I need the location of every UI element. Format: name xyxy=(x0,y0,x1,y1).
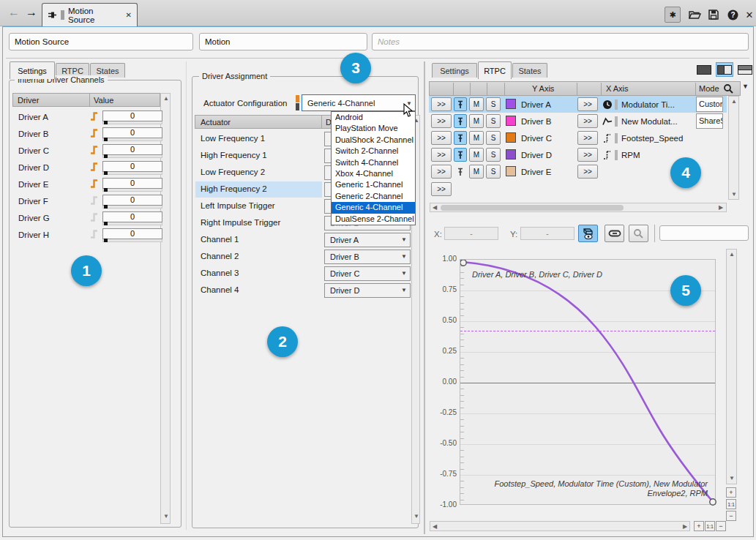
y-axis-name[interactable]: Driver E xyxy=(521,168,552,176)
tab-states-right[interactable]: States xyxy=(512,63,547,78)
close-tab-icon[interactable]: ✕ xyxy=(126,11,132,19)
layout-single-button[interactable] xyxy=(695,62,713,77)
curve-point-end[interactable] xyxy=(710,499,716,505)
expand-button[interactable]: >> xyxy=(577,148,598,162)
search-icon[interactable] xyxy=(723,83,734,94)
x-axis-name[interactable]: New Modulat... xyxy=(621,117,678,126)
object-name-field[interactable] xyxy=(9,33,193,50)
actuator-row-label[interactable]: Right Impulse Trigger xyxy=(201,218,280,227)
scrollbar-thumb[interactable] xyxy=(441,205,624,211)
help-button[interactable]: ? xyxy=(725,7,741,23)
object-type-field[interactable] xyxy=(199,33,367,50)
solo-button[interactable]: S xyxy=(486,165,501,179)
layout-split-horizontal-button[interactable] xyxy=(736,62,754,77)
dropdown-option[interactable]: DualShock 2-Channel xyxy=(332,135,415,146)
curve-search-input[interactable] xyxy=(659,225,749,241)
graph-hzoom-out-button[interactable]: − xyxy=(716,521,726,531)
dropdown-option[interactable]: PlayStation Move xyxy=(332,123,415,134)
rtpc-curve-icon[interactable] xyxy=(89,128,99,138)
driver-value-field[interactable]: 0 xyxy=(102,211,162,222)
actuator-row-label[interactable]: Channel 3 xyxy=(201,269,239,277)
driver-value-field[interactable]: 0 xyxy=(102,178,162,189)
scroll-right-icon[interactable]: ▶ xyxy=(683,524,687,530)
actuator-row-label[interactable]: Channel 1 xyxy=(201,235,239,244)
rtpc-curve-icon[interactable] xyxy=(89,111,99,121)
scroll-left-icon[interactable]: ◀ xyxy=(433,524,437,530)
driver-value-slider[interactable] xyxy=(102,121,162,124)
pin-button[interactable] xyxy=(454,165,467,179)
scroll-up-icon[interactable]: ▲ xyxy=(731,99,737,105)
actuator-config-select[interactable]: Generic 4-Channel ▼ xyxy=(302,94,416,111)
dropdown-option[interactable]: Generic 2-Channel xyxy=(332,191,415,202)
expand-button[interactable]: >> xyxy=(577,97,598,111)
graph-zoom-in-button[interactable]: + xyxy=(726,487,736,498)
graph-hscrollbar[interactable]: ◀ ▶ xyxy=(430,521,690,531)
actuator-row-label[interactable]: High Frequency 1 xyxy=(201,151,267,160)
layout-split-vertical-button[interactable] xyxy=(716,62,733,77)
dropdown-option[interactable]: Generic 1-Channel xyxy=(332,179,415,190)
mute-button[interactable]: M xyxy=(469,131,484,145)
slider-handle[interactable] xyxy=(104,188,108,192)
y-coord-field[interactable] xyxy=(520,227,575,240)
scroll-left-icon[interactable]: ◀ xyxy=(433,205,437,211)
y-axis-name[interactable]: Driver B xyxy=(521,117,552,126)
tab-settings-left[interactable]: Settings xyxy=(10,61,55,79)
actuator-row-label[interactable]: Channel 2 xyxy=(201,252,239,260)
save-button[interactable] xyxy=(706,7,722,23)
mode-cell[interactable]: ShareSet xyxy=(696,113,723,129)
expand-button[interactable]: >> xyxy=(577,131,598,145)
rtpc-table-hscrollbar[interactable]: ◀ ▶ xyxy=(430,203,727,212)
scroll-up-icon[interactable]: ▲ xyxy=(163,96,169,102)
rtpc-curve-icon[interactable] xyxy=(89,162,99,172)
pin-button[interactable] xyxy=(454,97,467,111)
driver-value-slider[interactable] xyxy=(102,189,162,192)
graph-zoom-out-button[interactable]: − xyxy=(726,511,736,521)
x-axis-name[interactable]: RPM xyxy=(621,151,640,160)
driver-value-slider[interactable] xyxy=(102,172,162,175)
solo-button[interactable]: S xyxy=(486,114,501,128)
scroll-right-icon[interactable]: ▶ xyxy=(719,205,723,211)
driver-select-channel-2[interactable]: Driver B▼ xyxy=(324,250,411,264)
slider-handle[interactable] xyxy=(104,121,108,124)
driver-value-field[interactable]: 0 xyxy=(102,110,162,121)
y-axis-name[interactable]: Driver D xyxy=(521,151,552,160)
mute-button[interactable]: M xyxy=(469,165,484,179)
solo-button[interactable]: S xyxy=(486,148,501,162)
actuator-row-label[interactable]: Left Impulse Trigger xyxy=(201,201,275,210)
x-axis-name[interactable]: Modulator Ti... xyxy=(621,100,675,109)
rtpc-curve-icon[interactable] xyxy=(89,145,99,155)
actuator-row-label[interactable]: Low Frequency 1 xyxy=(201,134,265,143)
scroll-down-icon[interactable]: ▼ xyxy=(729,476,735,481)
panel-splitter[interactable] xyxy=(424,61,425,534)
expand-button[interactable]: >> xyxy=(577,114,598,128)
rtpc-table-vscrollbar[interactable]: ▲ ▼ xyxy=(728,96,739,200)
add-rtpc-button[interactable]: >> xyxy=(431,182,452,196)
rtpc-curve-icon-disabled[interactable] xyxy=(89,229,99,239)
tab-rtpc-right[interactable]: RTPC xyxy=(478,61,512,79)
driver-table-header[interactable]: Driver Value xyxy=(12,93,160,107)
expand-button[interactable]: >> xyxy=(431,114,452,128)
driver-value-slider[interactable] xyxy=(102,222,162,225)
driver-value-slider[interactable] xyxy=(102,138,162,141)
x-axis-name[interactable]: Footstep_Speed xyxy=(621,134,683,143)
panel-divider-left[interactable] xyxy=(186,61,187,530)
curve-point-start[interactable] xyxy=(460,260,466,266)
slider-handle[interactable] xyxy=(104,154,108,158)
driver-value-field[interactable]: 0 xyxy=(102,144,162,155)
mute-button[interactable]: M xyxy=(469,114,484,128)
expand-button[interactable]: >> xyxy=(431,97,452,111)
expand-button[interactable]: >> xyxy=(577,165,598,179)
x-coord-field[interactable] xyxy=(444,227,498,240)
graph-zoom-reset-button[interactable]: 1:1 xyxy=(726,499,736,509)
link-button[interactable] xyxy=(605,225,624,242)
dropdown-option[interactable]: Android xyxy=(332,112,415,123)
actuator-row-label-selected[interactable]: High Frequency 2 xyxy=(201,184,267,193)
graph-hzoom-reset-button[interactable]: 1:1 xyxy=(705,521,715,531)
driver-select-channel-3[interactable]: Driver C▼ xyxy=(324,266,411,281)
driver-select-channel-1[interactable]: Driver A▼ xyxy=(324,233,411,247)
notes-field[interactable] xyxy=(372,33,749,50)
show-objects-toggle[interactable] xyxy=(578,225,598,242)
slider-handle[interactable] xyxy=(104,138,108,141)
driver-value-slider[interactable] xyxy=(102,206,162,209)
y-axis-name[interactable]: Driver A xyxy=(521,100,551,109)
